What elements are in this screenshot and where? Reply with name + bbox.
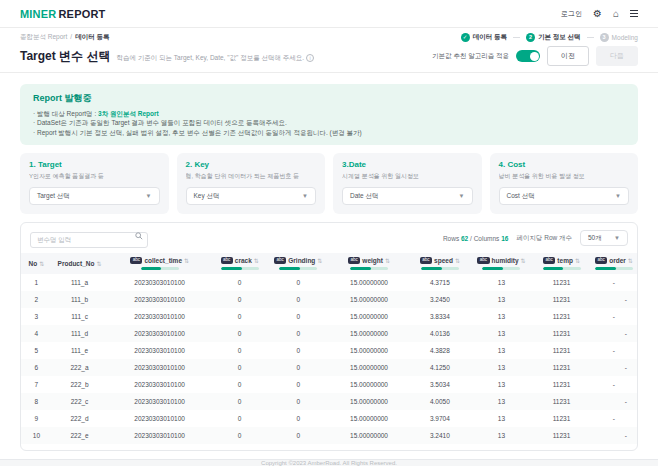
table-cell: 11231	[532, 393, 591, 410]
table-row[interactable]: 3111_c202303030101000015.000000003.83341…	[21, 308, 637, 325]
table-cell: -	[591, 274, 637, 291]
table-row[interactable]: 1111_a202303030101000015.000000004.37151…	[21, 274, 637, 291]
data-table-panel: Rows 62 / Columns 16 페이지당 Row 개수 50개▼ No…	[20, 222, 638, 451]
columns-label: Columns	[474, 235, 500, 242]
date-select[interactable]: Date 선택▼	[342, 187, 473, 205]
default-algorithm-toggle[interactable]	[516, 50, 540, 62]
table-row[interactable]: 8222_c202303030101000015.000000004.00501…	[21, 393, 637, 410]
search-input[interactable]	[30, 232, 148, 248]
home-icon[interactable]: ⌂	[613, 9, 619, 19]
page-number-3[interactable]: 3	[280, 450, 292, 451]
page-number-2[interactable]: 2	[263, 450, 275, 451]
page-number-8[interactable]: 8	[363, 450, 375, 451]
page-number-1[interactable]: 1	[247, 450, 259, 451]
table-cell: 20230303010100	[107, 342, 212, 359]
table-cell: 0	[267, 308, 329, 325]
column-header-temp[interactable]: abctemp⇅	[532, 253, 591, 274]
table-cell: 20230303010100	[107, 376, 212, 393]
step-label: Modeling	[612, 34, 638, 41]
table-cell: -	[591, 427, 637, 444]
column-header-Product_No[interactable]: Product_No⇅	[52, 253, 107, 274]
column-header-collect_time[interactable]: abccollect_time⇅	[107, 253, 212, 274]
table-row[interactable]: 4111_d202303030101000015.000000004.01361…	[21, 325, 637, 342]
menu-icon[interactable]	[630, 10, 638, 17]
login-link[interactable]: 로그인	[561, 9, 582, 19]
sort-icon[interactable]: ⇅	[628, 257, 633, 264]
sort-icon[interactable]: ⇅	[317, 257, 322, 264]
table-cell: 0	[212, 359, 267, 376]
page-size-select[interactable]: 50개▼	[580, 230, 628, 246]
table-row[interactable]: 2111_b202303030101000015.000000003.24501…	[21, 291, 637, 308]
column-header-order[interactable]: abcorder⇅	[591, 253, 637, 274]
info-icon[interactable]: i	[306, 54, 314, 62]
table-cell: 3.9704	[409, 410, 471, 427]
table-cell: 3.2450	[409, 291, 471, 308]
page-number-10[interactable]: 10	[396, 450, 411, 451]
prev-button[interactable]: 이전	[547, 46, 589, 66]
selector-cards: 1. Target Y인자로 예측할 품질결과 등 Target 선택▼ 2. …	[20, 153, 638, 214]
key-select[interactable]: Key 선택▼	[186, 187, 317, 205]
top-bar: MINERREPORT 로그인 ⚙ ⌂	[0, 0, 658, 28]
table-cell: 20230303010100	[107, 274, 212, 291]
column-fill-bar	[482, 267, 520, 270]
target-card: 1. Target Y인자로 예측할 품질결과 등 Target 선택▼	[20, 153, 169, 214]
table-row[interactable]: 6222_a202303030101000015.000000004.12501…	[21, 359, 637, 376]
sort-icon[interactable]: ⇅	[521, 257, 526, 264]
column-header-humidity[interactable]: abchumidity⇅	[471, 253, 533, 274]
rows-count: 62	[461, 235, 468, 242]
cost-select[interactable]: Cost 선택▼	[499, 187, 630, 205]
table-cell: 0	[212, 410, 267, 427]
column-header-weight[interactable]: abcweight⇅	[329, 253, 409, 274]
page-number-6[interactable]: 6	[330, 450, 342, 451]
table-cell: 222_e	[52, 427, 107, 444]
column-header-speed[interactable]: abcspeed⇅	[409, 253, 471, 274]
sort-icon[interactable]: ⇅	[39, 260, 44, 267]
abc-type-badge: abc	[420, 257, 432, 264]
prev-page-arrow[interactable]: ‹	[231, 450, 241, 451]
table-cell: 222_a	[52, 359, 107, 376]
page-number-7[interactable]: 7	[346, 450, 358, 451]
sort-icon[interactable]: ⇅	[385, 257, 390, 264]
table-row[interactable]: 5111_e202303030101000015.000000004.38281…	[21, 342, 637, 359]
step-modeling[interactable]: 3 Modeling	[600, 33, 638, 42]
column-header-No[interactable]: No⇅	[21, 253, 52, 274]
column-label: Product_No	[58, 260, 95, 267]
table-cell: 0	[267, 274, 329, 291]
abc-type-badge: abc	[274, 257, 286, 264]
settings-icon[interactable]: ⚙	[593, 9, 602, 19]
column-header-crack[interactable]: abccrack⇅	[212, 253, 267, 274]
abc-type-badge: abc	[130, 257, 142, 264]
page-number-9[interactable]: 9	[380, 450, 392, 451]
breadcrumb-parent[interactable]: 종합분석 Report	[20, 33, 67, 40]
table-cell: 13	[471, 342, 533, 359]
card-description: 행, 학습할 단위 데이터가 되는 제품번호 등	[186, 172, 317, 181]
table-cell: 15.00000000	[329, 359, 409, 376]
table-cell: -	[591, 359, 637, 376]
app-logo[interactable]: MINERREPORT	[20, 8, 106, 20]
column-fill-bar	[543, 267, 581, 270]
card-title: 1. Target	[29, 160, 160, 169]
target-select[interactable]: Target 선택▼	[29, 187, 160, 205]
columns-count: 16	[501, 235, 508, 242]
sort-icon[interactable]: ⇅	[96, 260, 101, 267]
notice-line-3: Report 발행시 기본 정보 선택, 실패 범위 설정, 후보 변수 선별은…	[33, 128, 625, 137]
step-data-upload[interactable]: ✓ 데이터 등록	[461, 33, 507, 42]
table-row[interactable]: 10222_e202303030101000015.000000003.2410…	[21, 427, 637, 444]
column-header-Grinding[interactable]: abcGrinding⇅	[267, 253, 329, 274]
report-publishing-notice: Report 발행중 발행 대상 Report명 : 3차 원인분석 Repor…	[20, 84, 638, 145]
next-page-arrow[interactable]: ›	[416, 450, 426, 451]
sort-icon[interactable]: ⇅	[184, 257, 189, 264]
sort-icon[interactable]: ⇅	[575, 257, 580, 264]
page-title: Target 변수 선택	[20, 48, 110, 65]
step-basic-info[interactable]: 2 기본 정보 선택	[526, 33, 581, 42]
table-row[interactable]: 7222_b202303030101000015.000000003.50341…	[21, 376, 637, 393]
table-row[interactable]: 9222_d202303030101000015.000000003.97041…	[21, 410, 637, 427]
date-card: 3.Date 시계열 분석을 위한 일시정보 Date 선택▼	[333, 153, 482, 214]
sort-icon[interactable]: ⇅	[455, 257, 460, 264]
column-label: order	[609, 257, 626, 264]
sort-icon[interactable]: ⇅	[254, 257, 259, 264]
next-button[interactable]: 다음	[596, 46, 638, 66]
chevron-down-icon: ▼	[614, 235, 620, 241]
page-number-4[interactable]: 4	[296, 450, 308, 451]
page-number-5[interactable]: 5	[313, 450, 325, 451]
